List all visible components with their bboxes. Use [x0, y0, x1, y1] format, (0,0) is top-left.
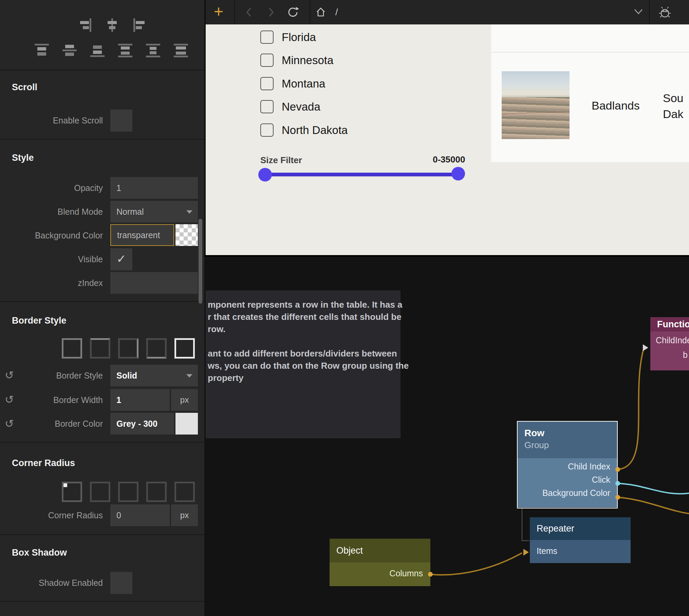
border-width-label: Border Width: [4, 389, 103, 411]
home-button[interactable]: [315, 6, 327, 18]
refresh-button[interactable]: [286, 6, 299, 19]
node-row-group[interactable]: Row Group Child Index Click Background C…: [517, 421, 618, 508]
size-filter-slider-track[interactable]: [265, 173, 458, 176]
port-dot-background-color[interactable]: [615, 495, 620, 500]
opacity-input[interactable]: 1: [110, 177, 198, 199]
panel-scrollbar[interactable]: [199, 219, 202, 304]
space-between-vertical-icon[interactable]: [145, 43, 161, 58]
corner-top-right-button[interactable]: [118, 482, 138, 502]
alignment-toolbar: [0, 0, 204, 70]
card-title: Badlands: [592, 99, 640, 112]
corner-bottom-left-button[interactable]: [146, 482, 167, 502]
port-dot-columns[interactable]: [428, 572, 433, 577]
node-title: Repeater: [537, 523, 574, 534]
node-object-body: Columns: [330, 562, 430, 586]
node-tooltip: mponent represents a row in the table. I…: [206, 290, 401, 438]
zindex-label: zIndex: [4, 272, 103, 294]
add-tab-button[interactable]: +: [214, 0, 223, 23]
align-right-icon[interactable]: [77, 18, 92, 33]
card-subtitle-line1: Sou: [663, 92, 684, 105]
node-object[interactable]: Object Columns: [330, 539, 430, 586]
section-divider: [0, 601, 204, 602]
border-color-input[interactable]: Grey - 300: [110, 413, 174, 435]
align-top-icon[interactable]: [34, 43, 50, 58]
port-childindex[interactable]: ChildInde: [650, 331, 689, 345]
background-color-input[interactable]: transparent: [110, 224, 174, 246]
table-row-card: Badlands Sou Dak: [491, 24, 689, 162]
border-color-label: Border Color: [4, 413, 103, 435]
checkbox-montana[interactable]: [260, 77, 274, 90]
distribute-vertical-icon[interactable]: [117, 43, 133, 58]
border-color-swatch[interactable]: [175, 413, 198, 435]
border-width-input[interactable]: 1: [110, 389, 170, 411]
align-middle-vertical-icon[interactable]: [62, 43, 77, 58]
port-dot-click[interactable]: [615, 481, 620, 486]
border-style-select[interactable]: Solid: [110, 365, 198, 386]
background-color-swatch[interactable]: [175, 224, 198, 246]
corner-top-left-button[interactable]: [90, 482, 110, 502]
border-side-all-button[interactable]: [62, 338, 82, 359]
checkbox-north-dakota[interactable]: [260, 123, 274, 137]
section-divider: [0, 442, 204, 443]
forward-button[interactable]: [265, 7, 276, 18]
enable-scroll-checkbox[interactable]: [110, 110, 132, 132]
checkbox-label: Nevada: [282, 100, 320, 113]
node-function[interactable]: Function ChildInde b: [650, 317, 689, 370]
background-color-label: Background Color: [4, 225, 103, 246]
stretch-vertical-icon[interactable]: [173, 43, 189, 58]
corner-radius-label: Corner Radius: [4, 504, 103, 526]
border-side-top-button[interactable]: [90, 338, 110, 359]
node-repeater[interactable]: Repeater Items: [530, 517, 631, 563]
align-center-horizontal-icon[interactable]: [105, 18, 119, 33]
tooltip-line: row.: [208, 323, 409, 335]
corner-radius-unit[interactable]: px: [171, 504, 198, 526]
port-background-color[interactable]: Background Color: [518, 485, 617, 498]
checkbox-label: Minnesota: [282, 54, 333, 67]
slider-handle-min[interactable]: [258, 168, 272, 181]
checkbox-nevada[interactable]: [260, 100, 274, 113]
checkbox-label: North Dakota: [282, 123, 348, 137]
shadow-enabled-checkbox[interactable]: [110, 572, 132, 594]
align-bottom-icon[interactable]: [90, 43, 105, 58]
back-button[interactable]: [244, 7, 255, 18]
checkbox-minnesota[interactable]: [260, 54, 274, 67]
blend-mode-select[interactable]: Normal: [110, 201, 198, 223]
corner-all-selected-button[interactable]: [62, 482, 82, 502]
chevron-down-icon[interactable]: [633, 8, 644, 16]
preview-toolbar: + /: [206, 0, 689, 24]
corner-radius-input[interactable]: 0: [110, 504, 170, 526]
node-title: Object: [336, 545, 363, 556]
visible-checkbox[interactable]: ✓: [110, 248, 132, 270]
tooltip-line: ws, you can do that on the Row group usi…: [208, 360, 409, 372]
border-side-selected-button[interactable]: [174, 338, 195, 359]
checkbox-label: Florida: [282, 31, 316, 44]
border-style-section-title: Border Style: [12, 315, 67, 326]
corner-bottom-right-button[interactable]: [174, 482, 195, 502]
node-repeater-header: Repeater: [530, 517, 631, 540]
border-width-unit[interactable]: px: [171, 389, 198, 411]
border-side-right-button[interactable]: [118, 338, 138, 359]
port-columns[interactable]: Columns: [330, 562, 430, 578]
zindex-input[interactable]: [110, 272, 198, 294]
tooltip-line: [208, 335, 409, 347]
toolbar-divider: [649, 0, 650, 24]
port-click[interactable]: Click: [518, 471, 617, 485]
app-window: { "panel": { "scroll": { "title": "Scrol…: [0, 0, 689, 616]
shadow-enabled-label: Shadow Enabled: [4, 572, 103, 594]
toolbar-divider: [234, 0, 235, 24]
debug-bug-button[interactable]: [658, 5, 672, 19]
port-items[interactable]: Items: [530, 540, 631, 556]
align-left-icon[interactable]: [132, 18, 147, 33]
section-divider: [0, 70, 204, 71]
path-breadcrumb[interactable]: /: [335, 0, 338, 24]
border-side-bottom-button[interactable]: [146, 338, 167, 359]
opacity-label: Opacity: [4, 177, 103, 199]
slider-handle-max[interactable]: [451, 167, 465, 180]
port-b[interactable]: b: [650, 345, 689, 360]
port-child-index[interactable]: Child Index: [518, 458, 617, 471]
port-dot-child-index[interactable]: [615, 467, 620, 472]
section-divider: [0, 139, 204, 140]
size-filter-label: Size Filter: [260, 155, 302, 166]
checkbox-label: Montana: [282, 77, 325, 90]
checkbox-florida[interactable]: [260, 31, 274, 44]
